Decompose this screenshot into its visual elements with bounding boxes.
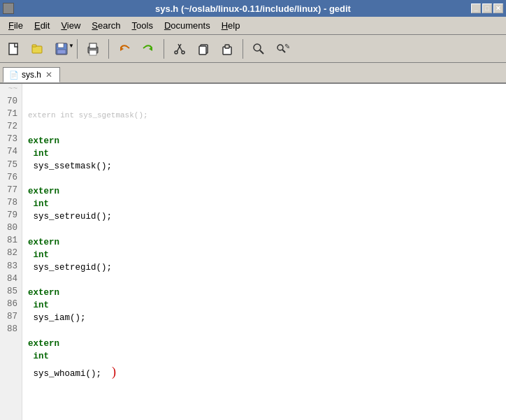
- menu-search[interactable]: Search: [86, 19, 126, 32]
- menu-tools[interactable]: Tools: [127, 19, 159, 32]
- tab-close-button[interactable]: ✕: [44, 70, 54, 80]
- code-text[interactable]: extern int sys_sgetmask(); extern int sy…: [22, 84, 506, 420]
- toolbar: ▼ ✎: [0, 35, 506, 63]
- tab-sys-h[interactable]: 📄 sys.h ✕: [3, 67, 60, 82]
- wm-icon: [3, 3, 14, 14]
- menu-file[interactable]: File: [3, 19, 29, 32]
- svg-point-21: [277, 45, 283, 50]
- editor-area[interactable]: ~~ 70 71 72 73 74 75 76 77 78 79 80 81 8…: [0, 84, 506, 420]
- svg-rect-0: [9, 43, 17, 55]
- code-view: ~~ 70 71 72 73 74 75 76 77 78 79 80 81 8…: [0, 84, 506, 420]
- tab-label: sys.h: [22, 70, 41, 80]
- titlebar: sys.h (~/oslab/linux-0.11/include/linux)…: [0, 0, 506, 17]
- open-button[interactable]: [27, 38, 49, 60]
- title-text: sys.h (~/oslab/linux-0.11/include/linux)…: [155, 3, 351, 14]
- menu-view[interactable]: View: [55, 19, 86, 32]
- new-button[interactable]: [3, 38, 25, 60]
- svg-text:✎: ✎: [284, 43, 289, 50]
- copy-button[interactable]: [192, 38, 215, 60]
- close-button[interactable]: ✕: [493, 3, 503, 13]
- separator-3: [164, 39, 164, 59]
- menu-documents[interactable]: Documents: [159, 19, 216, 32]
- svg-rect-18: [225, 45, 229, 48]
- paste-button[interactable]: [216, 38, 238, 60]
- menu-edit[interactable]: Edit: [29, 19, 55, 32]
- svg-rect-7: [89, 43, 96, 48]
- svg-rect-8: [89, 50, 96, 55]
- undo-button[interactable]: [113, 38, 136, 60]
- cut-button[interactable]: [168, 38, 191, 60]
- tabbar: 📄 sys.h ✕: [0, 63, 506, 84]
- separator-4: [243, 39, 243, 59]
- menu-help[interactable]: Help: [216, 19, 246, 32]
- svg-point-19: [254, 44, 261, 51]
- tab-file-icon: 📄: [9, 71, 19, 80]
- find-button[interactable]: [247, 38, 270, 60]
- minimize-button[interactable]: _: [471, 3, 481, 13]
- svg-rect-2: [32, 45, 36, 47]
- svg-point-13: [175, 51, 178, 54]
- separator-1: [77, 39, 78, 59]
- replace-button[interactable]: ✎: [271, 38, 294, 60]
- svg-rect-5: [57, 50, 66, 54]
- separator-2: [108, 39, 109, 59]
- svg-rect-4: [58, 43, 64, 48]
- svg-rect-16: [199, 46, 206, 55]
- menubar: File Edit View Search Tools Documents He…: [0, 17, 506, 35]
- print-button[interactable]: [82, 38, 104, 60]
- line-numbers: ~~ 70 71 72 73 74 75 76 77 78 79 80 81 8…: [0, 84, 22, 420]
- svg-point-14: [182, 51, 185, 54]
- svg-line-20: [260, 50, 263, 54]
- maximize-button[interactable]: □: [482, 3, 492, 13]
- redo-button[interactable]: [137, 38, 159, 60]
